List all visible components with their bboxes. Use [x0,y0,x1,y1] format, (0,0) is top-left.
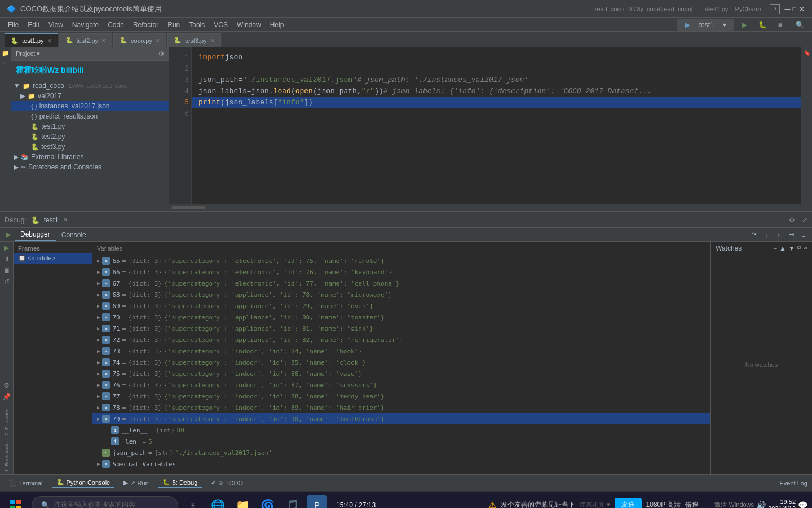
start-btn[interactable] [5,494,27,509]
close-icon[interactable]: ✕ [156,38,160,43]
tree-item-test3py[interactable]: 🐍 test3.py [11,142,169,152]
menu-item-help[interactable]: Help [267,20,288,30]
volume-icon[interactable]: 🔊 [756,501,766,509]
var-row-74[interactable]: ▶ ≡ 74 = {dict: 3} {'supercategory': 'in… [92,357,710,368]
explorer-icon[interactable]: 📁 [232,495,253,509]
var-row-79[interactable]: ▶ ≡ 79 = {dict: 3} {'supercategory': 'in… [92,413,710,424]
var-row-71[interactable]: ▶ ≡ 71 = {dict: 3} {'supercategory': 'ap… [92,323,710,334]
media-icon[interactable]: 🎵 [282,495,302,509]
horizontal-scrollbar[interactable] [169,204,801,211]
var-row-67[interactable]: ▶ ≡ 67 = {dict: 3} {'supercategory': 'el… [92,278,710,289]
debugger-tab[interactable]: Debugger [15,228,56,241]
tree-item-predict-json[interactable]: { } predict_results.json [11,111,169,121]
close-icon[interactable]: ✕ [210,38,215,43]
settings-icon[interactable]: ⚙ [789,216,795,224]
var-row-special[interactable]: ▶ ≡ Special Variables [92,458,710,470]
menu-item-refactor[interactable]: Refactor [130,20,162,30]
stop-icon[interactable]: ⏹ [3,266,10,274]
settings2-icon[interactable]: ⚙ [3,382,10,389]
up-watch-btn[interactable]: ▲ [779,244,786,252]
maximize-btn[interactable]: □ [792,6,796,12]
tree-item-scratches[interactable]: ▶ ✏ Scratches and Consoles [11,162,169,172]
minimize-btn[interactable]: ─ [784,5,790,14]
remove-watch-btn[interactable]: − [773,244,777,252]
close-icon[interactable]: ✕ [47,38,52,43]
step-out-btn[interactable]: ↑ [773,229,785,241]
var-row-73[interactable]: ▶ ≡ 73 = {dict: 3} {'supercategory': 'in… [92,345,710,357]
help-btn[interactable]: ? [770,4,780,14]
add-watch-btn[interactable]: + [767,244,771,252]
debug-btn[interactable]: 🐛 [755,20,770,30]
var-row-65[interactable]: ▶ ≡ 65 = {dict: 3} {'supercategory': 'el… [92,255,710,266]
event-log-link[interactable]: Event Log [779,480,807,487]
evaluate-btn[interactable]: ≡ [797,229,810,241]
run-tab[interactable]: ▶ 2: Run [119,478,153,488]
bookmark-icon[interactable]: 🔖 [804,50,810,56]
var-row-len[interactable]: i _len_ = 5 [92,436,710,447]
var-row-69[interactable]: ▶ ≡ 69 = {dict: 3} {'supercategory': 'ap… [92,300,710,312]
var-row-76[interactable]: ▶ ≡ 76 = {dict: 3} {'supercategory': 'in… [92,379,710,391]
run-btn[interactable]: ▶ [739,20,751,30]
resume-btn[interactable]: ▶ [2,229,15,241]
menu-item-window[interactable]: Window [233,20,264,30]
tree-item-instances-json[interactable]: { } instances_val2017.json [11,101,169,111]
edge-icon[interactable]: 🌀 [257,495,277,509]
tab-test1py[interactable]: 🐍 test1.py ✕ [5,33,58,47]
tab-test3py[interactable]: 🐍 test3.py ✕ [167,33,221,47]
step-over-btn[interactable]: ↷ [748,229,760,241]
close-icon[interactable]: ✕ [102,38,106,43]
pycharm-icon[interactable]: P [307,495,327,509]
expand-icon[interactable]: ⤢ [802,216,807,224]
search-icon[interactable]: 🔍 [792,20,807,30]
python-console-tab[interactable]: 🐍 Python Console [52,478,115,488]
tab-test2py[interactable]: 🐍 test2.py ✕ [59,33,113,47]
stop-btn[interactable]: ■ [775,20,785,30]
menu-item-tools[interactable]: Tools [186,20,208,30]
tree-item-external-libs[interactable]: ▶ 📚 External Libraries [11,152,169,162]
var-row-72[interactable]: ▶ ≡ 72 = {dict: 3} {'supercategory': 'ap… [92,334,710,345]
var-row-77[interactable]: ▶ ≡ 77 = {dict: 3} {'supercategory': 'in… [92,391,710,402]
copy-watch-btn[interactable]: ⧉ [797,244,801,252]
tree-item-test1py[interactable]: 🐍 test1.py [11,121,169,132]
menu-item-edit[interactable]: Edit [24,20,43,30]
tab-cocopy[interactable]: 🐍 coco.py ✕ [113,33,166,47]
menu-item-view[interactable]: View [45,20,67,30]
menu-item-vcs[interactable]: VCS [210,20,231,30]
debug-tab[interactable]: 🐛 5: Debug [158,478,202,488]
pause-icon[interactable]: ⏸ [3,255,10,263]
todo-tab[interactable]: ✔ 6: TODO [206,478,248,488]
structure-icon[interactable]: 1 [3,62,8,64]
var-row-75[interactable]: ▶ ≡ 75 = {dict: 3} {'supercategory': 'in… [92,368,710,379]
close-btn[interactable]: ✕ [798,5,805,14]
console-tab[interactable]: Console [56,230,92,240]
run-to-cursor-btn[interactable]: ⇥ [785,229,797,241]
chrome-icon[interactable]: 🌐 [208,495,228,509]
task-view-btn[interactable]: ⊞ [183,495,203,509]
var-row-78[interactable]: ▶ ≡ 78 = {dict: 3} {'supercategory': 'in… [92,402,710,413]
down-watch-btn[interactable]: ▼ [788,244,795,252]
taskbar-search[interactable]: 🔍 在这里输入你要搜索的内容 [32,496,178,509]
run-config[interactable]: ▶ test1 ▾ [677,19,734,31]
infinity-watch-btn[interactable]: ∞ [804,244,807,252]
terminal-tab[interactable]: ⬛ Terminal [5,478,47,488]
debug-close-icon[interactable]: ✕ [63,217,68,223]
resume-icon[interactable]: ▶ [4,244,9,252]
code-content[interactable]: import json json_path = "./instances_val… [192,47,801,204]
tree-item-test2py[interactable]: 🐍 test2.py [11,132,169,142]
menu-item-code[interactable]: Code [104,20,127,30]
step-into-btn[interactable]: ↓ [760,229,773,241]
var-row-len-dunder[interactable]: i __len__ = {int} 80 [92,424,710,436]
rerun-icon[interactable]: ↺ [4,278,10,286]
menu-item-file[interactable]: File [5,20,22,30]
pin-icon[interactable]: 📌 [2,393,11,401]
gear-icon[interactable]: ⚙ [158,50,164,58]
tree-item-readcoco[interactable]: ▼ 📁 read_coco D:\My_code\read_coco [11,81,169,91]
var-row-70[interactable]: ▶ ≡ 70 = {dict: 3} {'supercategory': 'ap… [92,312,710,323]
project-icon[interactable]: 📁 [2,50,10,57]
frame-module[interactable]: 🔲 <module> [14,253,92,264]
notification-icon[interactable]: 💬 [798,501,807,509]
bilibili-send-btn[interactable]: 发送 [615,498,642,508]
var-row-68[interactable]: ▶ ≡ 68 = {dict: 3} {'supercategory': 'ap… [92,289,710,300]
var-row-json-path[interactable]: s json_path = {str} './instances_val2017… [92,447,710,458]
tree-item-val2017[interactable]: ▶ 📁 val2017 [11,91,169,101]
